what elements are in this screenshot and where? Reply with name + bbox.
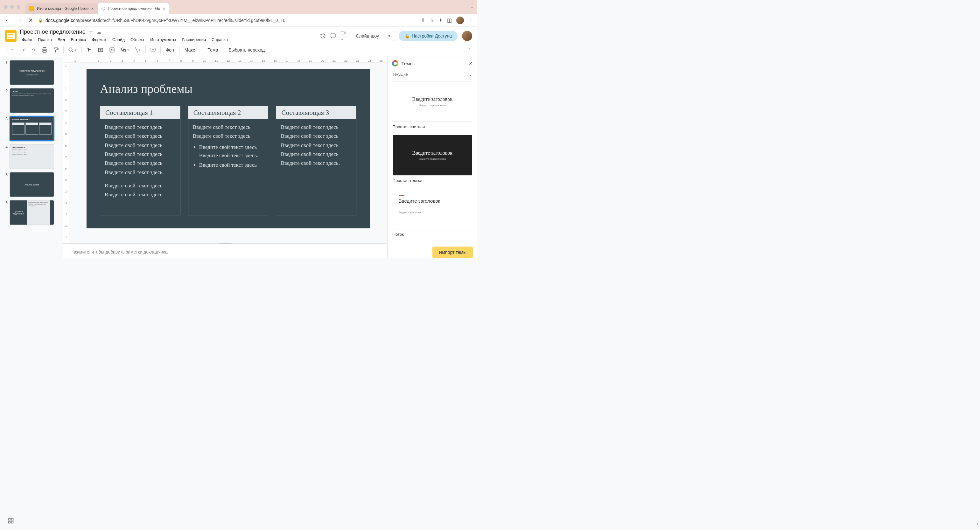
new-slide-button[interactable]: ＋▼ — [3, 45, 16, 55]
menu-view[interactable]: Вид — [56, 36, 67, 43]
horizontal-ruler[interactable]: 1123456789101112131415161718192021222324… — [63, 57, 387, 63]
image-tool[interactable] — [107, 45, 118, 55]
slide-thumb-6[interactable]: Целевая аудитория Введите свой текст зде… — [10, 200, 54, 225]
browser-tab-strip: Итоги месяца - Google Презе × Проектное … — [0, 0, 477, 14]
transition-button[interactable]: Выбрать переход — [225, 46, 267, 54]
nav-stop-button[interactable]: ✕ — [27, 17, 34, 24]
share-label: Настройки Доступа — [412, 33, 452, 38]
slide-canvas[interactable]: Анализ проблемы Составляющая 1 Введите с… — [86, 69, 370, 228]
theme-card-dark[interactable]: Введите заголовок Введите подзаголовок П… — [393, 135, 472, 187]
star-icon[interactable]: ☆ — [89, 29, 93, 35]
menu-tools[interactable]: Инструменты — [148, 36, 178, 43]
new-tab-button[interactable]: + — [172, 3, 180, 11]
import-theme-button[interactable]: Импорт темы — [433, 247, 473, 258]
slide-number: 6 — [3, 201, 8, 225]
close-tab-icon[interactable]: × — [91, 6, 94, 11]
share-button[interactable]: 🔒 Настройки Доступа — [399, 31, 458, 41]
address-bar[interactable]: 🔒 docs.google.com/presentation/d/1fURh5S… — [38, 18, 417, 23]
svg-rect-0 — [341, 31, 344, 34]
slide-column-2[interactable]: Составляющая 2 Введите свой текст здесь … — [188, 106, 269, 215]
slide-thumb-2[interactable]: Обзор Введите свой текст здесь Введите с… — [10, 88, 54, 113]
menu-extensions[interactable]: Расширения — [180, 36, 208, 43]
slide-thumb-3[interactable]: Анализ проблемы — [10, 116, 54, 141]
collapse-toolbar-icon[interactable]: ⌃ — [465, 46, 474, 54]
slide-column-3[interactable]: Составляющая 3 Введите свой текст здесь … — [276, 106, 356, 215]
zoom-button[interactable]: ▼ — [65, 45, 80, 55]
vertical-ruler[interactable]: 11234567891011121314 — [63, 63, 69, 244]
minimize-window[interactable] — [10, 5, 14, 9]
background-button[interactable]: Фон — [162, 46, 177, 54]
meet-present-icon[interactable]: ▼ — [340, 30, 346, 42]
close-tab-icon[interactable]: × — [162, 6, 165, 11]
undo-button[interactable]: ↶ — [20, 46, 29, 54]
comments-icon[interactable] — [330, 33, 336, 39]
lock-icon: 🔒 — [38, 18, 43, 22]
slide-title[interactable]: Анализ проблемы — [100, 82, 356, 96]
sidepanel-icon[interactable]: ◫ — [447, 17, 452, 23]
menu-insert[interactable]: Вставка — [68, 36, 88, 43]
select-tool[interactable] — [84, 45, 94, 55]
browser-toolbar: ← → ✕ 🔒 docs.google.com/presentation/d/1… — [0, 14, 477, 27]
line-tool[interactable]: ╲▼ — [133, 46, 143, 54]
slide-thumb-1[interactable]: Проектное предложение ⋯ 5 октября 2024 г… — [10, 60, 54, 85]
menu-help[interactable]: Справка — [209, 36, 230, 43]
shape-tool[interactable]: ▼ — [118, 45, 132, 55]
menu-file[interactable]: Файл — [20, 36, 34, 43]
browser-menu-icon[interactable]: ⋮ — [468, 17, 474, 23]
themes-section-toggle[interactable]: Текущие ⌄ — [388, 70, 477, 79]
textbox-tool[interactable] — [95, 45, 106, 55]
close-window[interactable] — [4, 5, 8, 9]
browser-tab-0[interactable]: Итоги месяца - Google Презе × — [25, 3, 98, 14]
theme-name: Простая темная — [393, 176, 472, 187]
maximize-window[interactable] — [16, 5, 21, 9]
slide-number: 4 — [3, 145, 8, 169]
column-header[interactable]: Составляющая 3 — [276, 106, 356, 119]
paint-format-button[interactable] — [51, 45, 61, 55]
cloud-status-icon[interactable]: ☁ — [96, 29, 102, 35]
nav-forward-button[interactable]: → — [15, 17, 23, 24]
account-avatar[interactable] — [462, 31, 472, 41]
nav-back-button[interactable]: ← — [4, 17, 11, 24]
bookmark-star-icon[interactable]: ☆ — [430, 17, 434, 23]
tab-list-dropdown[interactable]: ⌄ — [470, 5, 474, 9]
speaker-notes[interactable]: Нажмите, чтобы добавить заметки докладчи… — [63, 244, 387, 258]
chevron-down-icon: ⌄ — [469, 72, 472, 77]
profile-avatar[interactable] — [456, 16, 464, 24]
slide-number: 3 — [3, 117, 8, 141]
column-header[interactable]: Составляющая 2 — [188, 106, 268, 119]
slide-thumb-5[interactable]: Анализ рынка — [10, 172, 54, 197]
theme-name: Поток — [393, 229, 472, 240]
slideshow-dropdown[interactable]: ▼ — [384, 31, 394, 41]
column-header[interactable]: Составляющая 1 — [100, 106, 180, 119]
theme-button[interactable]: Тема — [204, 46, 221, 54]
extensions-icon[interactable]: ✦ — [439, 17, 442, 23]
loading-spinner-icon — [102, 7, 105, 11]
slide-column-1[interactable]: Составляющая 1 Введите свой текст здесь … — [100, 106, 180, 215]
column-body[interactable]: Введите свой текст здесь Введите свой те… — [188, 119, 268, 215]
lock-icon: 🔒 — [404, 33, 410, 38]
close-icon[interactable]: ✕ — [469, 60, 473, 67]
comment-button[interactable] — [148, 45, 159, 55]
column-body[interactable]: Введите свой текст здесь Введите свой те… — [276, 119, 356, 215]
print-button[interactable] — [39, 45, 50, 55]
document-name[interactable]: Проектное предложение — [20, 29, 86, 35]
menu-object[interactable]: Объект — [128, 36, 147, 43]
column-body[interactable]: Введите свой текст здесь Введите свой те… — [100, 119, 180, 215]
slide-thumb-4[interactable]: Цель проекта: Введите свой текст здесь В… — [10, 144, 54, 169]
share-page-icon[interactable]: ⇧ — [421, 17, 425, 23]
history-icon[interactable] — [320, 33, 326, 39]
slides-logo-icon[interactable] — [5, 30, 16, 42]
palette-icon — [392, 60, 398, 67]
menu-format[interactable]: Формат — [90, 36, 109, 43]
slideshow-button[interactable]: Слайд-шоу — [351, 31, 384, 41]
redo-button[interactable]: ↷ — [30, 46, 38, 54]
theme-card-light[interactable]: Введите заголовок Введите подзаголовок П… — [393, 81, 472, 133]
svg-line-4 — [72, 51, 73, 52]
notes-resize-handle[interactable] — [219, 243, 231, 244]
browser-tab-1[interactable]: Проектное предложение - Go × — [98, 3, 169, 14]
menu-slide[interactable]: Слайд — [110, 36, 127, 43]
slide-number: 5 — [3, 173, 8, 197]
layout-button[interactable]: Макет — [181, 46, 200, 54]
theme-card-flow[interactable]: Введите заголовок Введите подзаголовок П… — [393, 189, 472, 240]
menu-edit[interactable]: Правка — [36, 36, 54, 43]
